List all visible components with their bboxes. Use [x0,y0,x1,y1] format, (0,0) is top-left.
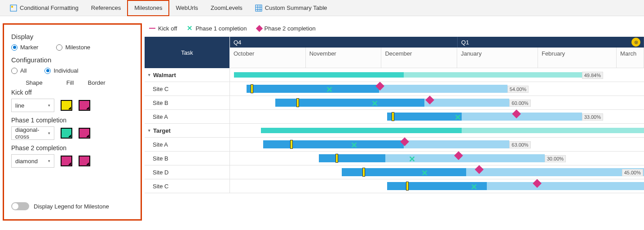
display-heading: Display [11,33,133,40]
pct-label: 63.00% [509,141,530,148]
radio-icon [44,68,51,74]
quarter-cell: Q1 [458,37,644,48]
config-option-individual[interactable]: Individual [44,67,78,74]
phase1-marker: ✕ [471,182,477,192]
toolbar-milestones[interactable]: Milestones [127,0,169,16]
legend-item: Phase 2 completion [257,25,316,32]
task-row[interactable]: Site B [145,152,230,165]
pct-label: 30.00% [545,155,566,162]
month-cell: March [617,48,644,68]
milestones-config-panel: Display MarkerMilestone Configuration Al… [3,23,142,221]
legend-item: ✕Phase 1 completion [187,24,247,32]
group-row[interactable]: Walmart [145,68,230,82]
progress-bar [387,113,462,121]
task-row[interactable]: Site B [145,96,230,109]
column-headers: Shape Fill Border [11,79,133,86]
table-icon [255,4,262,12]
kickoff-marker [251,84,253,93]
kickoff-marker [290,140,293,149]
kickoff-marker [335,154,338,163]
display-option-milestone[interactable]: Milestone [56,44,90,51]
remaining-bar [462,113,582,121]
phase1-marker: ✕ [421,168,428,178]
pct-label: 54.00% [507,86,529,93]
border-color-picker[interactable] [79,156,90,166]
radio-icon [11,68,18,74]
legend-toggle-label: Display Legend for Milestone [34,203,109,210]
milestone-label: Phase 1 completion [11,117,133,124]
kickoff-marker [362,168,365,177]
toolbar-zoomlevels[interactable]: ZoomLevels [204,0,249,16]
progress-bar [247,85,379,93]
col-shape: Shape [11,79,57,86]
display-option-marker[interactable]: Marker [11,44,38,51]
group-row[interactable]: Target [145,124,230,137]
legend-toggle[interactable] [11,202,29,210]
remaining-bar [424,99,509,107]
kickoff-marker [392,112,394,121]
border-color-picker[interactable] [79,128,90,139]
fill-color-picker[interactable] [61,156,72,166]
quarter-cell: Q4 [230,37,458,48]
phase1-marker: ✕ [326,85,333,95]
progress-bar [263,140,404,148]
toolbar-weburls[interactable]: WebUrls [169,0,204,16]
milestone-label: Kick off [11,89,133,96]
progress-bar [342,168,466,176]
gantt-chart: Kick off✕Phase 1 completionPhase 2 compl… [145,16,644,223]
month-cell: February [538,48,617,68]
phase1-marker: ✕ [371,99,378,108]
month-cell: January [457,48,538,68]
top-toolbar: Conditional FormattingReferencesMileston… [0,0,644,16]
col-border: Border [83,79,110,86]
task-row[interactable]: Site A [145,110,230,123]
diamond-icon [256,25,263,32]
config-heading: Configuration [11,56,133,64]
format-icon [10,4,17,12]
pct-label: 49.84% [582,72,603,79]
radio-icon [11,44,18,51]
config-option-all[interactable]: All [11,67,26,74]
line-icon [149,28,155,29]
reset-icon[interactable]: ⊗ [631,38,640,47]
remaining-bar [379,85,507,93]
chart-legend: Kick off✕Phase 1 completionPhase 2 compl… [145,21,644,37]
month-cell: December [381,48,457,68]
milestone-label: Phase 2 completion [11,144,133,152]
task-row[interactable]: Site C [145,82,230,95]
chevron-down-icon: ▾ [48,103,50,108]
progress-bar [319,154,385,162]
task-row[interactable]: Site C [145,179,230,193]
legend-item: Kick off [149,25,177,32]
shape-select[interactable]: line▾ [11,99,54,112]
radio-icon [56,44,62,51]
toolbar-conditional-formatting[interactable]: Conditional Formatting [4,0,85,16]
pct-label: 45.00% [622,169,643,176]
phase1-marker: ✕ [351,140,357,150]
pct-label: 60.00% [509,100,530,107]
svg-rect-2 [256,5,262,11]
kickoff-marker [296,98,299,107]
fill-color-picker[interactable] [61,100,72,111]
phase1-marker: ✕ [454,113,461,122]
kickoff-marker [406,182,409,191]
remaining-bar [466,168,644,176]
svg-rect-1 [11,6,13,8]
pct-label: 33.00% [582,113,603,121]
task-row[interactable]: Site A [145,138,230,151]
task-column-header: Task [145,37,230,68]
shape-select[interactable]: diamond▾ [11,154,54,168]
col-fill: Fill [57,79,83,86]
task-row[interactable]: Site D [145,165,230,179]
fill-color-picker[interactable] [61,128,72,139]
cross-icon: ✕ [187,24,193,32]
chevron-down-icon: ▾ [48,131,50,135]
month-cell: November [306,48,382,68]
toolbar-references[interactable]: References [85,0,127,16]
phase1-marker: ✕ [409,154,415,164]
shape-select[interactable]: diagonal-cross▾ [11,126,54,140]
month-cell: October [230,48,306,68]
border-color-picker[interactable] [79,100,90,111]
chevron-down-icon: ▾ [48,159,50,163]
toolbar-custom-summary-table[interactable]: Custom Summary Table [249,0,333,16]
